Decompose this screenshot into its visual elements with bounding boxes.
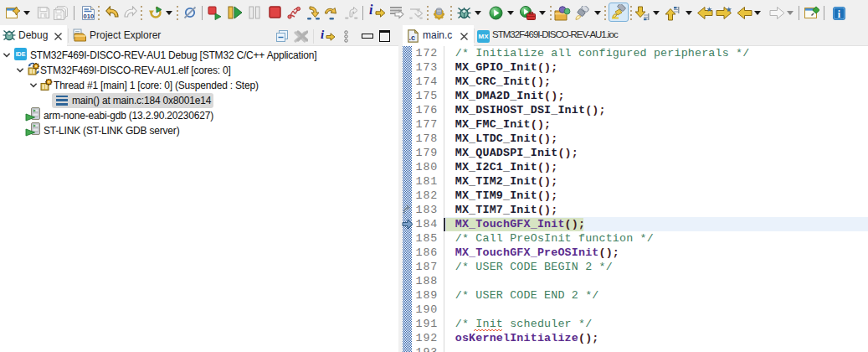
svg-text:010: 010 — [84, 13, 95, 20]
svg-text:.c: .c — [408, 34, 415, 42]
